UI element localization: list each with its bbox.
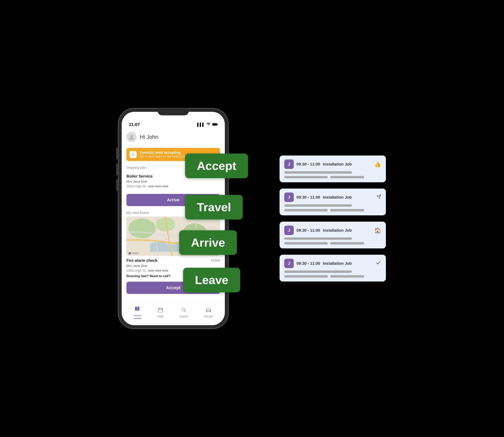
card-line bbox=[330, 209, 364, 211]
svg-rect-15 bbox=[138, 309, 139, 311]
notification-badge: 1 bbox=[129, 151, 137, 158]
card-row bbox=[284, 176, 381, 178]
addr-block bbox=[155, 270, 161, 272]
svg-rect-2 bbox=[213, 123, 217, 125]
nav-item-search[interactable]: Search bbox=[179, 308, 188, 318]
card-line bbox=[330, 275, 364, 278]
card-time-4: 09:30 - 11:00 bbox=[296, 261, 320, 266]
svg-rect-18 bbox=[158, 308, 163, 312]
job1-address: 180a High St, bbox=[126, 184, 220, 188]
job2-id: #3369 bbox=[211, 259, 220, 263]
nav-item-myvan[interactable]: My van bbox=[204, 308, 213, 318]
card-avatar-2: J bbox=[284, 192, 294, 202]
card-avatar-4: J bbox=[284, 259, 294, 268]
card-line bbox=[284, 171, 352, 174]
card-avatar-1: J bbox=[284, 159, 294, 169]
card-header-2: J 09:30 - 11:00 Installation Job bbox=[284, 192, 381, 202]
addr-block bbox=[162, 185, 168, 187]
card-header-1: J 09:30 - 11:00 Installation Job 👍 bbox=[284, 159, 381, 169]
app-header: Hi John bbox=[122, 129, 225, 145]
battery-icon bbox=[212, 123, 218, 127]
svg-point-5 bbox=[128, 219, 156, 238]
phone-notch bbox=[158, 108, 189, 115]
job-card-right-1[interactable]: J 09:30 - 11:00 Installation Job 👍 bbox=[280, 156, 386, 182]
signal-icon: ▌▌▌ bbox=[197, 123, 205, 127]
svg-rect-24 bbox=[206, 310, 211, 311]
card-line bbox=[284, 204, 352, 207]
nav-label-home: Home bbox=[134, 314, 141, 317]
home-icon bbox=[135, 306, 140, 313]
card-line bbox=[284, 242, 328, 245]
wifi-icon bbox=[206, 123, 211, 127]
map-credit: A Maps bbox=[128, 252, 138, 255]
card-line bbox=[330, 176, 364, 178]
card-line bbox=[284, 176, 328, 178]
addr-block bbox=[162, 270, 168, 272]
nav-label-myvan: My van bbox=[204, 315, 213, 318]
card-avatar-3: J bbox=[284, 226, 294, 235]
nav-label-search: Search bbox=[179, 315, 188, 318]
addr-block bbox=[148, 185, 154, 187]
card-header-4: J 09:30 - 11:00 Installation Job bbox=[284, 259, 381, 268]
card-row bbox=[284, 242, 381, 245]
job2-client: Mrs Jane Doe bbox=[126, 264, 220, 268]
job2-header: Fire alarm check #3369 bbox=[126, 258, 220, 263]
checkmark-icon bbox=[376, 260, 381, 267]
card-jobtype-2: Installation Job bbox=[323, 195, 374, 200]
card-line bbox=[330, 242, 364, 245]
arrive-green-button[interactable]: Arrive bbox=[179, 230, 237, 255]
myvan-icon bbox=[206, 308, 211, 314]
cards-column: J 09:30 - 11:00 Installation Job 👍 J 09:… bbox=[280, 156, 386, 281]
job-card-right-4[interactable]: J 09:30 - 11:00 Installation Job bbox=[280, 255, 386, 281]
status-time: 11:07 bbox=[129, 122, 140, 127]
nav-item-home[interactable]: Home bbox=[133, 306, 141, 319]
card-header-3: J 09:30 - 11:00 Installation Job 🏠 bbox=[284, 226, 381, 235]
card-time-2: 09:30 - 11:00 bbox=[296, 195, 320, 200]
thumbs-up-icon: 👍 bbox=[374, 161, 381, 168]
home-icon-card: 🏠 bbox=[374, 227, 381, 234]
card-row bbox=[284, 275, 381, 278]
job2-address-blocks bbox=[148, 270, 168, 272]
diary-icon bbox=[158, 308, 163, 314]
nav-label-diary: Diary bbox=[157, 315, 164, 318]
status-icons: ▌▌▌ bbox=[197, 123, 218, 127]
card-jobtype-1: Installation Job bbox=[323, 162, 372, 167]
addr-block bbox=[148, 270, 154, 272]
svg-rect-16 bbox=[135, 307, 137, 309]
bottom-nav: Home bbox=[122, 304, 225, 323]
card-time-1: 09:30 - 11:00 bbox=[296, 162, 320, 167]
card-line bbox=[284, 209, 328, 211]
job-card-right-2[interactable]: J 09:30 - 11:00 Installation Job bbox=[280, 189, 386, 215]
card-line bbox=[284, 237, 352, 240]
greeting-text: Hi John bbox=[140, 134, 158, 140]
accept-green-button[interactable]: Accept bbox=[185, 154, 248, 178]
card-line bbox=[284, 270, 352, 273]
job1-address-blocks bbox=[148, 185, 168, 187]
nav-active-indicator bbox=[133, 318, 141, 319]
card-time-3: 09:30 - 11:00 bbox=[296, 228, 320, 233]
card-line bbox=[284, 275, 328, 278]
svg-rect-17 bbox=[138, 307, 139, 309]
navigation-icon bbox=[376, 194, 381, 200]
card-row bbox=[284, 209, 381, 211]
job1-client: Mrs Jane Doe bbox=[126, 180, 220, 184]
next-event-label: My next Event bbox=[126, 211, 149, 215]
leave-green-button[interactable]: Leave bbox=[183, 268, 240, 292]
svg-line-23 bbox=[185, 311, 186, 312]
card-jobtype-3: Installation Job bbox=[323, 228, 372, 233]
user-avatar bbox=[126, 132, 137, 142]
job2-title: Fire alarm check bbox=[126, 258, 158, 263]
svg-text:A: A bbox=[129, 253, 130, 255]
job-card-right-3[interactable]: J 09:30 - 11:00 Installation Job 🏠 bbox=[280, 222, 386, 248]
svg-rect-1 bbox=[217, 124, 218, 125]
search-icon bbox=[181, 308, 187, 314]
travel-green-button[interactable]: Travel bbox=[185, 195, 243, 219]
card-jobtype-4: Installation Job bbox=[323, 261, 373, 266]
addr-block bbox=[155, 185, 161, 187]
svg-rect-14 bbox=[135, 309, 137, 311]
nav-item-diary[interactable]: Diary bbox=[157, 308, 164, 318]
